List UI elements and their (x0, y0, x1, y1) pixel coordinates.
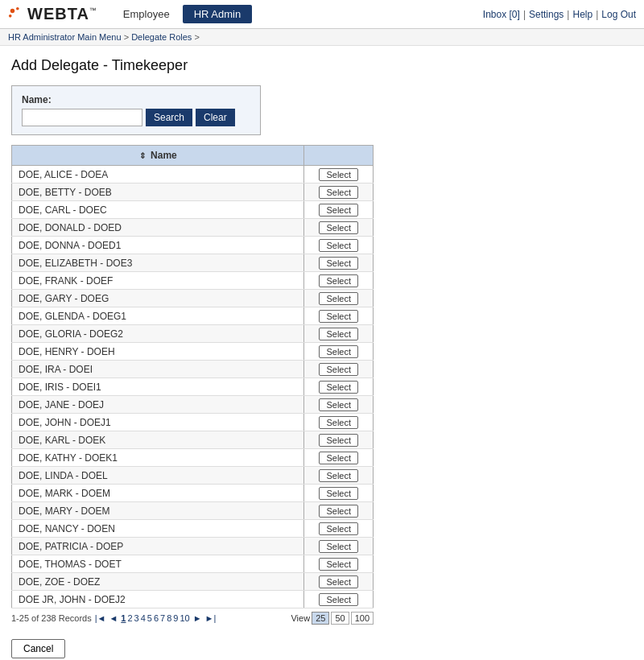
select-button[interactable]: Select (319, 381, 358, 394)
name-cell: DOE, PATRICIA - DOEP (12, 538, 304, 555)
select-button[interactable]: Select (319, 575, 358, 588)
page-link-8[interactable]: 8 (167, 613, 171, 623)
select-button[interactable]: Select (319, 363, 358, 376)
select-button[interactable]: Select (319, 257, 358, 270)
nav-help[interactable]: Help (572, 9, 592, 20)
action-cell: Select (304, 325, 374, 343)
table-row: DOE, PATRICIA - DOEPSelect (12, 538, 374, 555)
page-link-3[interactable]: 3 (134, 613, 139, 623)
cancel-button[interactable]: Cancel (11, 639, 65, 658)
name-cell: DOE, JANE - DOEJ (12, 396, 304, 414)
action-cell: Select (304, 591, 374, 608)
nav-inbox[interactable]: Inbox [0] (483, 9, 520, 20)
select-button[interactable]: Select (319, 558, 358, 571)
table-row: DOE, BETTY - DOEBSelect (12, 184, 374, 201)
view-label: View (291, 613, 310, 623)
results-table: ⇕ Name DOE, ALICE - DOEASelectDOE, BETTY… (11, 145, 374, 608)
table-row: DOE, DONNA - DOED1Select (12, 237, 374, 254)
select-button[interactable]: Select (319, 168, 358, 181)
table-row: DOE, JOHN - DOEJ1Select (12, 414, 374, 431)
name-cell: DOE, CARL - DOEC (12, 201, 304, 219)
action-cell: Select (304, 343, 374, 361)
select-button[interactable]: Select (319, 310, 358, 323)
action-cell: Select (304, 538, 374, 555)
page-link-2[interactable]: 2 (127, 613, 132, 623)
table-row: DOE, ELIZABETH - DOE3Select (12, 254, 374, 272)
name-cell: DOE, ELIZABETH - DOE3 (12, 254, 304, 272)
select-button[interactable]: Select (319, 398, 358, 411)
name-cell: DOE, KATHY - DOEK1 (12, 449, 304, 467)
select-button[interactable]: Select (319, 274, 358, 287)
select-button[interactable]: Select (319, 186, 358, 199)
page-link-9[interactable]: 9 (173, 613, 178, 623)
view-btn-25[interactable]: 25 (312, 612, 329, 625)
page-link-5[interactable]: 5 (147, 613, 152, 623)
breadcrumb-delegate-roles[interactable]: Delegate Roles (131, 32, 192, 42)
select-button[interactable]: Select (319, 416, 358, 429)
select-button[interactable]: Select (319, 239, 358, 252)
select-button[interactable]: Select (319, 345, 358, 358)
action-cell: Select (304, 573, 374, 591)
action-cell: Select (304, 201, 374, 219)
breadcrumb-home[interactable]: HR Administrator Main Menu (8, 32, 122, 42)
sep3: | (596, 9, 598, 20)
table-row: DOE, FRANK - DOEFSelect (12, 272, 374, 290)
table-row: DOE, IRA - DOEISelect (12, 361, 374, 378)
page-link-1[interactable]: 1 (121, 613, 126, 623)
select-button[interactable]: Select (319, 452, 358, 464)
table-row: DOE, GARY - DOEGSelect (12, 290, 374, 307)
col-action-header (304, 146, 374, 166)
action-cell: Select (304, 414, 374, 431)
last-page-arrow[interactable]: ►| (205, 613, 217, 623)
action-cell: Select (304, 485, 374, 502)
select-button[interactable]: Select (319, 434, 358, 447)
select-button[interactable]: Select (319, 540, 358, 553)
action-cell: Select (304, 272, 374, 290)
header: WEBTA™ Employee HR Admin Inbox [0] | Set… (0, 0, 644, 29)
select-button[interactable]: Select (319, 292, 358, 305)
content: Add Delegate - Timekeeper Name: Search C… (0, 46, 644, 660)
page-link-4[interactable]: 4 (141, 613, 146, 623)
search-button[interactable]: Search (146, 109, 192, 126)
page-link-6[interactable]: 6 (154, 613, 159, 623)
select-button[interactable]: Select (319, 328, 358, 340)
table-row: DOE, DONALD - DOEDSelect (12, 219, 374, 237)
select-button[interactable]: Select (319, 487, 358, 500)
name-input[interactable] (22, 109, 142, 126)
name-cell: DOE, LINDA - DOEL (12, 467, 304, 485)
select-button[interactable]: Select (319, 593, 358, 606)
nav-logout[interactable]: Log Out (601, 9, 636, 20)
sep1: | (523, 9, 526, 20)
action-cell: Select (304, 431, 374, 449)
select-button[interactable]: Select (319, 522, 358, 535)
name-cell: DOE, IRA - DOEI (12, 361, 304, 378)
first-page-arrow[interactable]: |◄ (95, 613, 106, 623)
view-btn-100[interactable]: 100 (351, 612, 374, 625)
clear-button[interactable]: Clear (196, 109, 235, 126)
select-button[interactable]: Select (319, 221, 358, 234)
nav-hradmin[interactable]: HR Admin (183, 5, 253, 23)
nav-employee[interactable]: Employee (112, 5, 181, 23)
nav-settings[interactable]: Settings (529, 9, 564, 20)
col-name-header[interactable]: ⇕ Name (12, 146, 304, 166)
select-button[interactable]: Select (319, 469, 358, 482)
page-link-7[interactable]: 7 (160, 613, 165, 623)
next-page-arrow[interactable]: ► (193, 613, 202, 623)
name-cell: DOE, FRANK - DOEF (12, 272, 304, 290)
nav-right: Inbox [0] | Settings | Help | Log Out (483, 9, 636, 20)
select-button[interactable]: Select (319, 505, 358, 518)
view-btn-50[interactable]: 50 (331, 612, 349, 625)
name-cell: DOE, DONNA - DOED1 (12, 237, 304, 254)
table-row: DOE, IRIS - DOEI1Select (12, 378, 374, 396)
table-row: DOE, ALICE - DOEASelect (12, 166, 374, 184)
action-cell: Select (304, 237, 374, 254)
sep2: | (567, 9, 569, 20)
select-button[interactable]: Select (319, 204, 358, 217)
name-cell: DOE, NANCY - DOEN (12, 520, 304, 538)
search-box-row: Search Clear (22, 109, 250, 126)
action-cell: Select (304, 502, 374, 520)
name-cell: DOE, IRIS - DOEI1 (12, 378, 304, 396)
page-link-10[interactable]: 10 (180, 613, 189, 623)
name-cell: DOE, MARY - DOEM (12, 502, 304, 520)
prev-page-arrow[interactable]: ◄ (109, 613, 118, 623)
